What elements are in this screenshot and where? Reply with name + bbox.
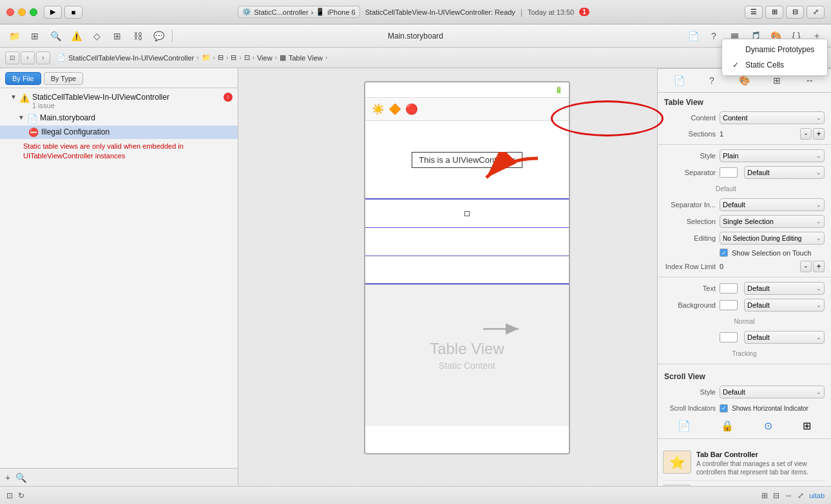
device-icon: 📱 xyxy=(316,8,325,16)
view-toggle-button[interactable]: ⊞ xyxy=(765,6,783,19)
inspector-icon-btn[interactable]: 📄 xyxy=(684,28,702,44)
rp-sections-value: 1 xyxy=(720,130,796,138)
rp-help-icon-btn[interactable]: ? xyxy=(703,71,721,89)
rp-tracking-swatch xyxy=(720,332,738,342)
tree-storyboard[interactable]: ▼ 📄 Main.storyboard xyxy=(0,111,238,126)
scroll-icon-circle[interactable]: ⊙ xyxy=(764,420,772,432)
table-row-2[interactable] xyxy=(365,228,569,256)
rp-editing-select[interactable]: No Selection During Editing ⌄ xyxy=(720,232,825,245)
rp-show-selection-checkbox[interactable]: ✓ xyxy=(720,248,728,257)
rp-content-chevron: ⌄ xyxy=(816,115,821,121)
rp-sections-stepper[interactable]: - + xyxy=(800,128,825,140)
rp-selection-row: Selection Single Selection ⌄ xyxy=(658,213,831,230)
statusbar-right-btn-1[interactable]: ⊞ xyxy=(761,491,768,500)
statusbar-left-btn-2[interactable]: ↻ xyxy=(18,491,24,500)
comment-icon-btn[interactable]: 💬 xyxy=(149,28,167,44)
breadcrumb-frame-btn[interactable]: ⊡ xyxy=(5,51,19,64)
folder-icon-btn[interactable]: 📁 xyxy=(5,28,23,44)
breadcrumb-prev-btn[interactable]: ‹ xyxy=(21,51,35,64)
sidebar-bottom-add[interactable]: + xyxy=(5,472,10,483)
rp-text-select[interactable]: Default ⌄ xyxy=(744,282,825,295)
rp-separator-chevron: ⌄ xyxy=(816,169,821,176)
scroll-icon-lock[interactable]: 🔒 xyxy=(721,420,734,432)
flag-icon-btn[interactable]: ◇ xyxy=(88,28,106,44)
search-icon-btn[interactable]: 🔍 xyxy=(46,28,64,44)
close-button[interactable] xyxy=(6,8,14,16)
rp-index-stepper[interactable]: - + xyxy=(800,261,825,272)
rp-index-increment[interactable]: + xyxy=(813,261,825,272)
comp-tab-bar-thumb: ⭐ xyxy=(663,451,691,474)
scroll-icon-page[interactable]: 📄 xyxy=(678,420,691,432)
statusbar-right-btn-2[interactable]: ⊟ xyxy=(773,491,779,500)
tree-root-label: StaticCellTableView-In-UIViewController xyxy=(32,93,169,102)
breadcrumb-nav: ⊡ ‹ › xyxy=(5,51,50,64)
sidebar-toggle-button[interactable]: ☰ xyxy=(745,6,763,19)
breadcrumb-view[interactable]: View xyxy=(257,54,272,62)
hierarchy-icon-btn[interactable]: ⊞ xyxy=(26,28,44,44)
rp-file-icon-btn[interactable]: 📄 xyxy=(670,71,688,89)
tree-error-item[interactable]: ⛔ Illegal Configuration xyxy=(0,126,238,139)
rp-background-select[interactable]: Default ⌄ xyxy=(744,299,825,312)
scroll-icon-grid[interactable]: ⊞ xyxy=(803,420,811,432)
rp-background-chevron: ⌄ xyxy=(816,302,821,308)
rp-editing-chevron: ⌄ xyxy=(816,235,821,241)
statusbar-right-btn-4[interactable]: ⤢ xyxy=(798,491,804,500)
iphone-content: This is a UIViewController xyxy=(365,121,569,198)
rp-index-decrement[interactable]: - xyxy=(800,261,812,272)
table-row-3[interactable] xyxy=(365,256,569,285)
warning-icon-btn[interactable]: ⚠️ xyxy=(67,28,85,44)
tree-root[interactable]: ▼ ⚠️ StaticCellTableView-In-UIViewContro… xyxy=(0,91,238,111)
rp-separator-select[interactable]: Default ⌄ xyxy=(744,166,825,179)
app-icon: ⚙️ xyxy=(242,8,251,16)
sidebar-bottom-filter[interactable]: 🔍 xyxy=(15,472,26,483)
breadcrumb-controller[interactable]: StaticCellTableView-In-UIViewController xyxy=(68,54,194,62)
rp-normal-row: Normal xyxy=(658,313,831,329)
rp-show-selection-row: ✓ Show Selection on Touch xyxy=(658,247,831,259)
component-library: ⭐ Tab Bar Controller A controller that m… xyxy=(658,442,831,486)
stop-button[interactable]: ■ xyxy=(64,6,82,19)
statusbar-left-btn-1[interactable]: ⊡ xyxy=(6,491,13,500)
tab-by-file[interactable]: By File xyxy=(5,72,41,85)
app-breadcrumb[interactable]: ⚙️ StaticC...ontroller › 📱 iPhone 6 xyxy=(238,6,359,18)
rp-separator-inset-value: Default xyxy=(723,201,745,209)
traffic-lights xyxy=(6,8,37,16)
titlebar-center: ⚙️ StaticC...ontroller › 📱 iPhone 6 Stat… xyxy=(82,6,745,18)
rp-selection-select[interactable]: Single Selection ⌄ xyxy=(720,215,825,228)
rp-sections-decrement[interactable]: - xyxy=(800,128,812,140)
rp-content-select[interactable]: Content ⌄ xyxy=(720,111,825,124)
statusbar-bottom: ⊡ ↻ ⊞ ⊟ ↔ ⤢ uitab xyxy=(0,486,831,504)
breadcrumb-icon-4: ⊡ xyxy=(244,53,250,62)
tab-by-type[interactable]: By Type xyxy=(44,72,84,85)
rp-tracking-select[interactable]: Default ⌄ xyxy=(744,331,825,344)
fullscreen-button[interactable]: ⤢ xyxy=(807,6,825,19)
run-button[interactable]: ▶ xyxy=(44,6,62,19)
rp-separator-color-row: Default xyxy=(658,181,831,196)
rp-sections-increment[interactable]: + xyxy=(813,128,825,140)
grid-icon-btn[interactable]: ⊞ xyxy=(108,28,126,44)
table-row-1[interactable] xyxy=(365,200,569,228)
rp-style-select[interactable]: Plain ⌄ xyxy=(720,149,825,162)
rp-scroll-style-select[interactable]: Default ⌄ xyxy=(720,386,825,398)
statusbar-right-btn-3[interactable]: ↔ xyxy=(785,491,792,500)
rp-scroll-style-row: Style Default ⌄ xyxy=(658,384,831,400)
rp-selection-chevron: ⌄ xyxy=(816,218,821,225)
maximize-button[interactable] xyxy=(30,8,37,16)
rp-scroll-view-header: Scroll View xyxy=(658,367,831,384)
breadcrumb-next-btn[interactable]: › xyxy=(36,51,50,64)
rp-separator-inset-select[interactable]: Default ⌄ xyxy=(720,198,825,211)
device-name: iPhone 6 xyxy=(327,8,355,16)
rp-editing-label: Editing xyxy=(664,234,716,242)
minimize-button[interactable] xyxy=(18,8,26,16)
link-icon-btn[interactable]: ⛓ xyxy=(129,28,147,44)
rp-scroll-indicators-checkbox[interactable]: ✓ xyxy=(720,404,728,413)
help-icon-btn[interactable]: ? xyxy=(705,28,723,44)
split-view-button[interactable]: ⊟ xyxy=(786,6,804,19)
comp-tab-bar-info: Tab Bar Controller A controller that man… xyxy=(696,451,826,476)
rp-content-value: Content xyxy=(723,114,748,122)
rp-separator-row: Separator Default ⌄ xyxy=(658,164,831,181)
rp-background-label: Background xyxy=(664,301,716,309)
comp-tab-bar-controller[interactable]: ⭐ Tab Bar Controller A controller that m… xyxy=(663,447,826,481)
rp-text-swatch xyxy=(720,283,738,294)
breadcrumb-tableview[interactable]: Table View xyxy=(289,54,323,62)
comp-table-view[interactable]: ≡ Table View Displays data in a list of … xyxy=(663,481,826,486)
